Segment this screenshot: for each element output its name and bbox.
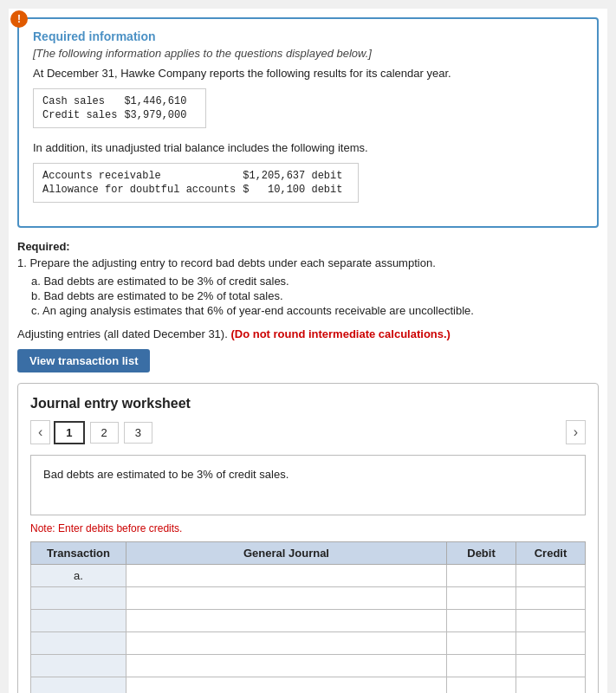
journal-table: Transaction General Journal Debit Credit… [30,541,586,693]
credit-input-6[interactable] [522,682,580,693]
required-sub-a: a. Bad debts are estimated to be 3% of c… [31,275,599,288]
debit-cell-6[interactable] [447,677,516,694]
sales-row-2: Credit sales $3,979,000 [42,108,193,122]
transaction-cell-6 [31,677,126,694]
balance-row-1: Accounts receivable $1,205,637 debit [42,169,349,183]
addition-text: In addition, its unadjusted trial balanc… [33,141,583,154]
debit-cell-1[interactable] [447,565,516,587]
sales-value-1: $1,446,610 [124,94,193,108]
table-row [31,655,586,677]
balance-value-2: $ 10,100 debit [243,183,349,197]
adjusting-line: Adjusting entries (all dated December 31… [17,327,599,340]
balance-row-2: Allowance for doubtful accounts $ 10,100… [42,183,349,197]
warning-text: (Do not round intermediate calculations.… [230,327,451,340]
tab-next-arrow[interactable]: › [566,420,586,444]
sales-value-2: $3,979,000 [124,108,193,122]
required-section: Required: 1. Prepare the adjusting entry… [17,240,599,317]
debit-input-3[interactable] [452,614,510,627]
journal-cell-5[interactable] [126,655,447,677]
journal-input-1[interactable] [132,569,441,582]
required-sub-b: b. Bad debts are estimated to be 2% of t… [31,289,599,302]
credit-input-4[interactable] [522,637,580,650]
sales-label-2: Credit sales [42,108,124,122]
credit-input-2[interactable] [522,592,580,605]
debit-cell-3[interactable] [447,610,516,632]
debit-input-5[interactable] [452,659,510,672]
debit-input-4[interactable] [452,637,510,650]
journal-cell-4[interactable] [126,632,447,655]
adjusting-text: Adjusting entries (all dated December 31… [17,327,228,340]
credit-input-5[interactable] [522,659,580,672]
tab-2[interactable]: 2 [90,422,119,444]
required-item1: 1. Prepare the adjusting entry to record… [17,256,599,269]
credit-cell-5[interactable] [516,655,586,677]
sales-table: Cash sales $1,446,610 Credit sales $3,97… [33,88,206,128]
journal-input-6[interactable] [132,682,441,693]
transaction-cell-3 [31,610,126,632]
page-container: ! Required information [The following in… [9,9,607,693]
balance-label-1: Accounts receivable [42,169,243,183]
tab-navigation: ‹ 1 2 3 › [30,420,586,444]
description-text: Bad debts are estimated to be 3% of cred… [43,468,289,481]
required-sub-c: c. An aging analysis estimates that 6% o… [31,304,599,317]
balance-label-2: Allowance for doubtful accounts [42,183,243,197]
credit-input-3[interactable] [522,614,580,627]
journal-title: Journal entry worksheet [30,396,586,411]
description-box: Bad debts are estimated to be 3% of cred… [30,455,586,515]
sales-label-1: Cash sales [42,94,124,108]
sales-row-1: Cash sales $1,446,610 [42,94,193,108]
table-row [31,587,586,610]
info-icon: ! [10,10,28,28]
info-title: Required information [33,29,583,43]
debit-cell-4[interactable] [447,632,516,655]
credit-cell-2[interactable] [516,587,586,610]
credit-cell-4[interactable] [516,632,586,655]
th-journal: General Journal [126,542,447,565]
journal-input-4[interactable] [132,637,441,650]
journal-cell-6[interactable] [126,677,447,694]
journal-cell-1[interactable] [126,565,447,587]
debit-input-6[interactable] [452,682,510,693]
credit-cell-6[interactable] [516,677,586,694]
journal-input-3[interactable] [132,614,441,627]
balance-table: Accounts receivable $1,205,637 debit All… [33,163,359,203]
journal-box: Journal entry worksheet ‹ 1 2 3 › Bad de… [17,383,599,693]
credit-input-1[interactable] [522,569,580,582]
th-credit: Credit [516,542,586,565]
transaction-cell-5 [31,655,126,677]
transaction-cell-1: a. [31,565,126,587]
credit-cell-1[interactable] [516,565,586,587]
journal-cell-3[interactable] [126,610,447,632]
table-row: a. [31,565,586,587]
journal-input-5[interactable] [132,659,441,672]
th-transaction: Transaction [31,542,126,565]
required-heading: Required: [17,240,70,253]
tab-3[interactable]: 3 [124,422,152,444]
info-intro: At December 31, Hawke Company reports th… [33,67,583,80]
tab-1[interactable]: 1 [54,421,84,444]
journal-input-2[interactable] [132,592,441,605]
transaction-cell-2 [31,587,126,610]
table-row [31,610,586,632]
debit-cell-5[interactable] [447,655,516,677]
info-subtitle: [The following information applies to th… [33,47,583,60]
debit-input-1[interactable] [452,569,510,582]
debit-input-2[interactable] [452,592,510,605]
transaction-cell-4 [31,632,126,655]
tab-prev-arrow[interactable]: ‹ [30,420,50,444]
info-box: ! Required information [The following in… [17,17,599,228]
note-text: Note: Enter debits before credits. [30,522,586,534]
credit-cell-3[interactable] [516,610,586,632]
table-row [31,677,586,694]
view-transaction-button[interactable]: View transaction list [17,349,150,372]
table-row [31,632,586,655]
debit-cell-2[interactable] [447,587,516,610]
th-debit: Debit [447,542,516,565]
journal-cell-2[interactable] [126,587,447,610]
balance-value-1: $1,205,637 debit [243,169,349,183]
